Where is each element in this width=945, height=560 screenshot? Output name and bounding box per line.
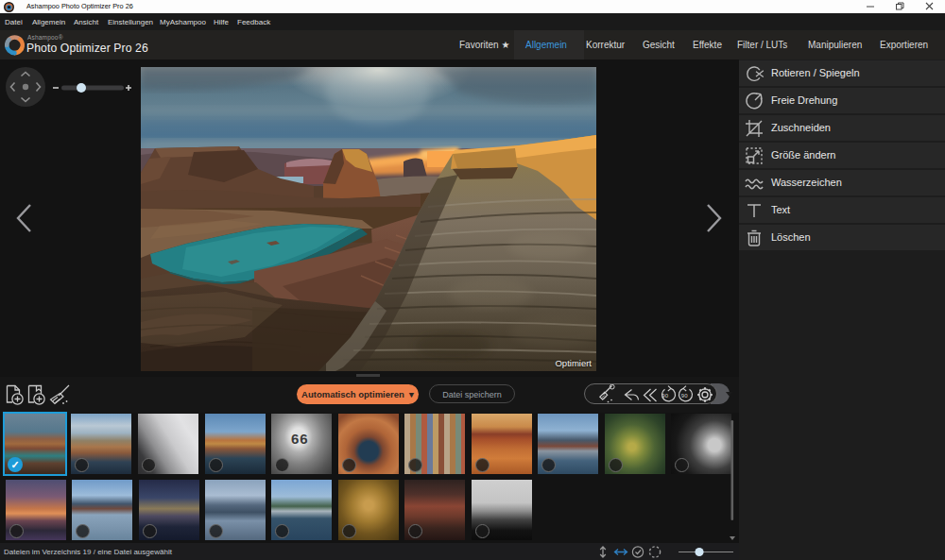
- svg-text:90: 90: [681, 393, 688, 399]
- svg-text:90: 90: [662, 393, 668, 399]
